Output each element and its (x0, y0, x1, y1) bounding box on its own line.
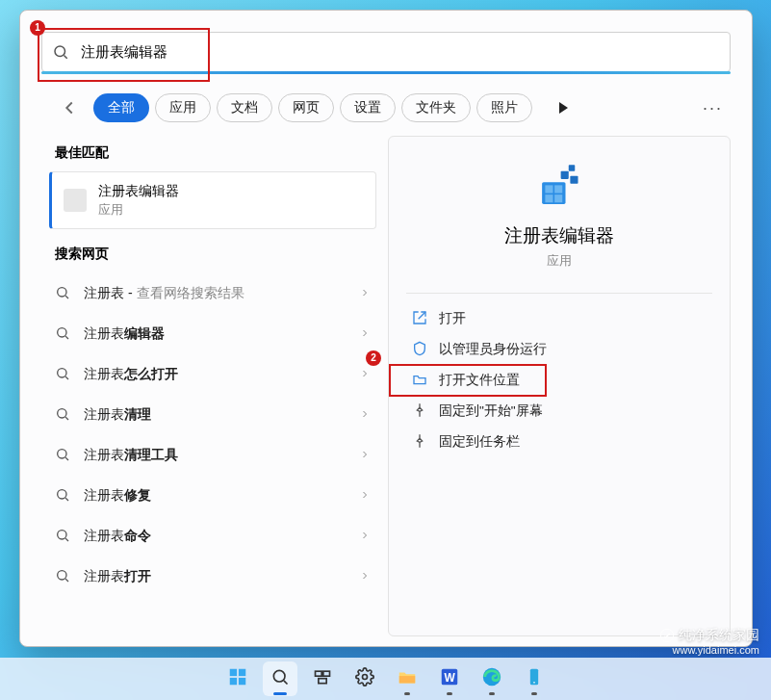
action-item[interactable]: 打开 (406, 303, 712, 334)
svg-point-38 (362, 675, 367, 680)
explorer-icon (397, 666, 418, 691)
svg-rect-29 (229, 669, 236, 676)
svg-line-14 (65, 498, 68, 501)
filter-apps[interactable]: 应用 (155, 93, 211, 122)
web-item[interactable]: 注册表清理工具 (49, 434, 376, 475)
search-icon (55, 568, 70, 583)
folder-icon (412, 372, 439, 390)
action-label: 固定到任务栏 (439, 433, 520, 451)
web-item[interactable]: 注册表怎么打开 (49, 353, 376, 394)
filter-row: 全部 应用 文档 网页 设置 文件夹 照片 ··· (59, 93, 731, 122)
divider (406, 293, 712, 294)
svg-line-12 (65, 457, 68, 460)
svg-point-33 (273, 670, 285, 682)
web-item[interactable]: 注册表 - 查看网络搜索结果 (49, 272, 376, 313)
web-item-label: 注册表打开 (84, 567, 151, 585)
svg-rect-32 (238, 678, 244, 685)
svg-point-9 (58, 409, 66, 418)
taskbar-search[interactable] (263, 661, 297, 696)
svg-text:W: W (444, 671, 455, 685)
web-item-label: 注册表编辑器 (84, 324, 165, 343)
svg-line-6 (65, 336, 68, 339)
svg-point-3 (58, 288, 66, 297)
svg-rect-37 (318, 679, 325, 684)
back-arrow-icon[interactable] (59, 97, 80, 118)
taskbar-start[interactable] (220, 661, 255, 696)
best-match-sub: 应用 (98, 202, 179, 219)
edge-icon (481, 666, 502, 691)
more-icon[interactable]: ··· (703, 98, 723, 118)
best-match-item[interactable]: 注册表编辑器 应用 (49, 171, 376, 229)
filter-documents[interactable]: 文档 (217, 93, 272, 122)
taskbar-word[interactable]: W (432, 661, 467, 696)
svg-rect-35 (315, 671, 321, 676)
svg-line-10 (65, 417, 68, 420)
search-wrap (41, 32, 731, 72)
web-item[interactable]: 注册表打开 (49, 556, 376, 596)
pin-icon (412, 402, 439, 421)
watermark: 纯净系统家园 www.yidaimei.com (659, 627, 759, 656)
taskbar-settings[interactable] (347, 661, 382, 696)
filter-photos[interactable]: 照片 (476, 93, 532, 122)
action-item[interactable]: 打开文件位置 (406, 365, 712, 396)
web-list: 注册表 - 查看网络搜索结果注册表编辑器注册表怎么打开注册表清理注册表清理工具注… (49, 272, 376, 596)
best-match-heading: 最佳匹配 (55, 143, 376, 162)
taskbar-taskview[interactable] (305, 661, 340, 696)
svg-point-13 (58, 490, 66, 499)
action-item[interactable]: 固定到"开始"屏幕 (406, 396, 712, 427)
play-icon[interactable] (559, 102, 568, 114)
action-label: 打开文件位置 (439, 372, 520, 389)
chevron-right-icon (359, 489, 371, 501)
chevron-right-icon (359, 287, 371, 298)
left-column: 最佳匹配 注册表编辑器 应用 搜索网页 注册表 - 查看网络搜索结果注册表编辑器… (20, 136, 376, 636)
svg-rect-26 (569, 165, 576, 171)
filter-web[interactable]: 网页 (278, 93, 334, 122)
svg-line-8 (65, 376, 68, 379)
chevron-right-icon (359, 368, 371, 379)
svg-line-4 (65, 296, 68, 298)
taskbar-phone[interactable] (517, 661, 552, 696)
svg-rect-24 (561, 171, 569, 179)
watermark-logo-icon (659, 628, 675, 643)
search-icon (55, 487, 70, 503)
web-item-label: 注册表清理 (84, 405, 151, 424)
app-title: 注册表编辑器 (406, 223, 712, 248)
web-item-label: 注册表命令 (84, 527, 151, 545)
filter-folders[interactable]: 文件夹 (401, 93, 471, 122)
filter-settings[interactable]: 设置 (340, 93, 396, 122)
app-icon-large (534, 162, 584, 212)
svg-line-1 (64, 55, 66, 58)
web-item-label: 注册表怎么打开 (84, 365, 178, 383)
svg-rect-21 (554, 185, 562, 193)
svg-rect-25 (570, 176, 578, 184)
action-item[interactable]: 以管理员身份运行 (406, 334, 712, 365)
action-item[interactable]: 固定到任务栏 (406, 427, 712, 457)
search-underline (41, 71, 731, 74)
chevron-right-icon (359, 327, 371, 339)
search-icon (52, 43, 69, 61)
svg-point-11 (58, 450, 66, 458)
search-input[interactable] (79, 43, 730, 62)
web-item[interactable]: 注册表修复 (49, 475, 376, 515)
web-item-label: 注册表清理工具 (84, 446, 178, 464)
callout-badge-1: 1 (30, 20, 45, 36)
web-item[interactable]: 注册表编辑器 (49, 313, 376, 353)
filter-all[interactable]: 全部 (93, 93, 149, 122)
best-match-text: 注册表编辑器 应用 (98, 182, 179, 219)
body: 最佳匹配 注册表编辑器 应用 搜索网页 注册表 - 查看网络搜索结果注册表编辑器… (20, 136, 752, 646)
svg-point-17 (58, 571, 66, 580)
svg-point-7 (58, 369, 66, 377)
right-column: 注册表编辑器 应用 打开以管理员身份运行打开文件位置固定到"开始"屏幕固定到任务… (388, 136, 731, 636)
svg-rect-39 (398, 676, 415, 683)
settings-icon (355, 667, 374, 690)
web-item[interactable]: 注册表清理 (49, 394, 376, 434)
web-search-heading: 搜索网页 (55, 245, 376, 263)
taskbar-edge[interactable] (475, 661, 509, 696)
chevron-right-icon (359, 449, 371, 460)
pin-icon (412, 433, 439, 452)
chevron-right-icon (359, 570, 371, 582)
taskbar-explorer[interactable] (390, 661, 424, 696)
svg-line-16 (65, 538, 68, 541)
web-item[interactable]: 注册表命令 (49, 515, 376, 556)
search-box[interactable] (41, 32, 731, 72)
